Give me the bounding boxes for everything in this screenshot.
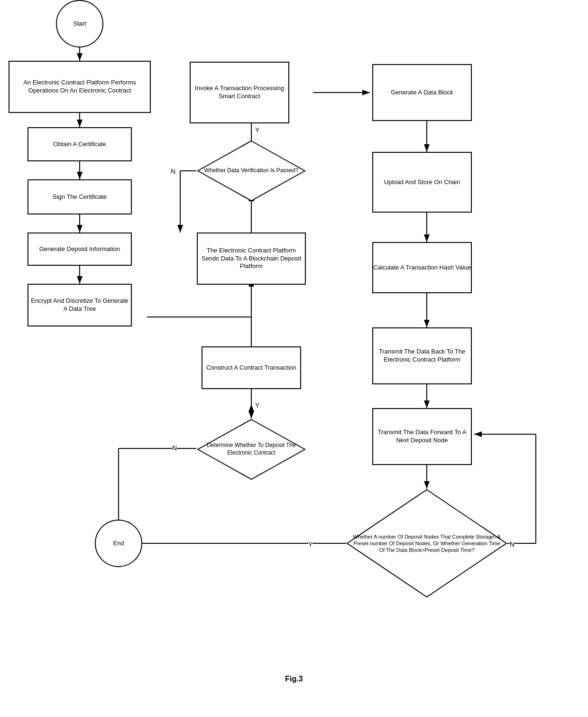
invoke-smart-contract-shape: Invoke A Transaction Processing Smart Co…	[190, 62, 289, 123]
transmit-forward-shape: Transmit The Data Forward To A Next Depo…	[372, 408, 472, 465]
calculate-hash-shape: Calculate A Transaction Hash Value	[372, 242, 472, 293]
calculate-hash-label: Calculate A Transaction Hash Value	[373, 264, 471, 272]
sign-certificate-shape: Sign The Certificate	[28, 179, 132, 214]
whether-nodes-complete-label: Whether A number Of Deposit Nodes That C…	[346, 529, 507, 559]
data-verify-y-label: Y	[255, 126, 259, 134]
determine-deposit-y-label: Y	[255, 401, 259, 410]
whether-nodes-y-label: Y	[308, 540, 312, 549]
data-verification-label: Whether Data Verification Is Passed?	[202, 165, 301, 177]
end-label: End	[113, 540, 124, 548]
figure-label: Fig.3	[285, 675, 303, 683]
electronic-platform-sends-shape: The Electronic Contract Platform Sends D…	[197, 233, 306, 285]
generate-deposit-label: Generate Deposit Information	[39, 245, 120, 253]
encrypt-discretize-label: Encrypt And Discretize To Generate A Dat…	[28, 297, 131, 313]
generate-deposit-shape: Generate Deposit Information	[28, 233, 132, 266]
transmit-back-label: Transmit The Data Back To The Electronic…	[373, 348, 471, 364]
determine-deposit-n-label: N	[172, 444, 177, 452]
obtain-certificate-label: Obtain A Certificate	[53, 140, 106, 149]
electronic-contract-ops-label: An Electronic Contract Platform Performs…	[9, 79, 150, 95]
sign-certificate-label: Sign The Certificate	[53, 193, 107, 201]
construct-contract-tx-label: Construct A Contract Transaction	[206, 364, 296, 372]
start-label: Start	[73, 20, 86, 28]
generate-data-block-shape: Generate A Data Block	[372, 64, 472, 121]
electronic-contract-ops-shape: An Electronic Contract Platform Performs…	[9, 61, 151, 113]
determine-deposit-label: Determine Whether To Deposit The Electro…	[197, 439, 306, 459]
whether-nodes-n-label: N	[510, 540, 514, 549]
data-verification-diamond: Whether Data Verification Is Passed?	[197, 140, 306, 202]
upload-store-chain-shape: Upload And Store On Chain	[372, 152, 472, 213]
transmit-forward-label: Transmit The Data Forward To A Next Depo…	[373, 428, 471, 445]
whether-nodes-complete-diamond: Whether A number Of Deposit Nodes That C…	[346, 489, 507, 598]
start-shape: Start	[56, 0, 103, 47]
generate-data-block-label: Generate A Data Block	[391, 89, 453, 97]
electronic-platform-sends-label: The Electronic Contract Platform Sends D…	[198, 247, 305, 271]
upload-store-chain-label: Upload And Store On Chain	[384, 178, 460, 186]
transmit-back-shape: Transmit The Data Back To The Electronic…	[372, 327, 472, 384]
construct-contract-tx-shape: Construct A Contract Transaction	[202, 346, 301, 389]
determine-deposit-diamond: Determine Whether To Deposit The Electro…	[197, 419, 306, 480]
flowchart-diagram: Start An Electronic Contract Platform Pe…	[0, 0, 588, 693]
invoke-smart-contract-label: Invoke A Transaction Processing Smart Co…	[191, 84, 288, 101]
encrypt-discretize-shape: Encrypt And Discretize To Generate A Dat…	[28, 284, 132, 326]
end-shape: End	[95, 520, 142, 567]
obtain-certificate-shape: Obtain A Certificate	[28, 127, 132, 161]
data-verify-n-label: N	[171, 167, 175, 176]
